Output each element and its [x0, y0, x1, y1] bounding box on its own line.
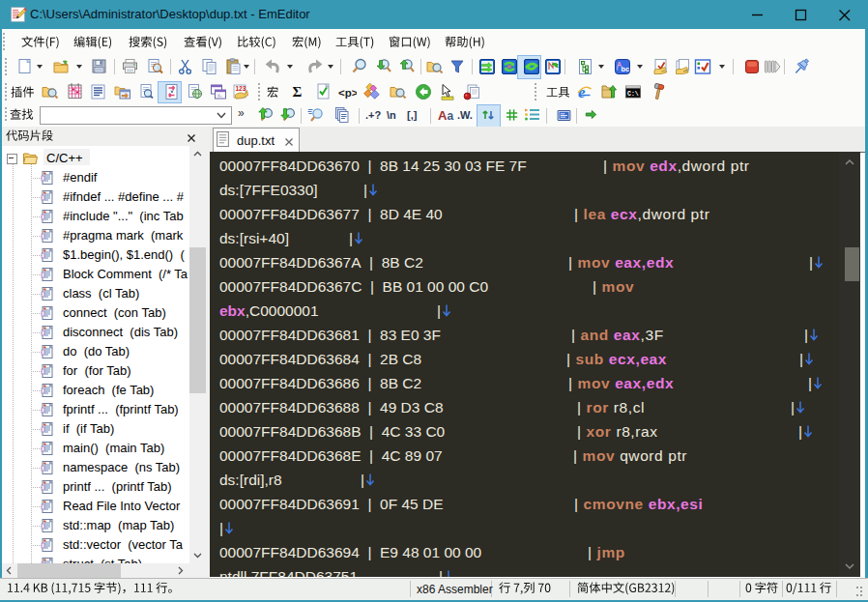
- svg-text:C:\: C:\: [627, 91, 639, 98]
- svg-text:<p>: <p>: [338, 87, 357, 99]
- svg-text:123: 123: [236, 85, 246, 92]
- svg-text:Σ: Σ: [293, 84, 303, 100]
- svg-text:bc: bc: [622, 65, 630, 73]
